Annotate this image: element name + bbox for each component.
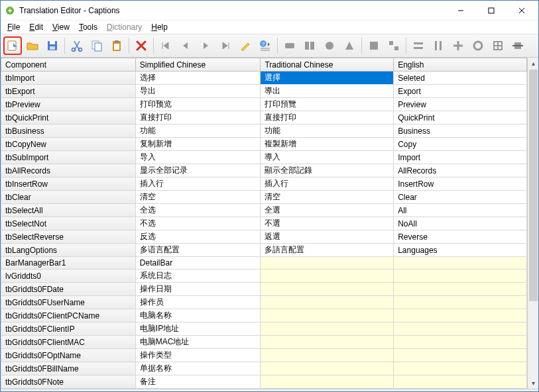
cell-traditional[interactable] — [261, 257, 394, 270]
table-row[interactable]: lvGriddts0系统日志 — [1, 270, 527, 283]
new-project-button[interactable] — [3, 36, 22, 55]
cut-button[interactable] — [68, 36, 86, 55]
tool-l-button[interactable] — [509, 36, 527, 55]
cell-simplified[interactable]: 选择 — [135, 72, 261, 85]
table-row[interactable]: tbGriddts0FClientIP电脑IP地址 — [1, 322, 527, 336]
paste-button[interactable] — [107, 36, 126, 55]
cell-simplified[interactable]: 电脑名称 — [135, 309, 261, 322]
cell-simplified[interactable]: 导入 — [135, 151, 261, 164]
tool-i-button[interactable] — [449, 36, 467, 55]
table-row[interactable]: tbLangOptions多语言配置多語言配置Languages — [1, 244, 527, 257]
cell-simplified[interactable]: 电脑MAC地址 — [135, 336, 261, 349]
cell-simplified[interactable]: 备注 — [135, 375, 261, 389]
cell-traditional[interactable] — [261, 322, 394, 336]
cell-simplified[interactable]: 直接打印 — [135, 111, 261, 124]
table-row[interactable]: tbGriddts0FClientMAC电脑MAC地址 — [1, 336, 527, 349]
cell-traditional[interactable]: 多語言配置 — [261, 244, 394, 257]
table-row[interactable]: tbClear清空清空Clear — [1, 191, 527, 204]
cell-english[interactable] — [394, 349, 527, 362]
table-row[interactable]: tbAllRecords显示全部记录顯示全部記錄AllRecords — [1, 164, 527, 177]
cell-component[interactable]: tbGriddts0FClientMAC — [1, 336, 136, 349]
table-row[interactable]: tbGriddts0FBillName单据名称 — [1, 362, 527, 375]
cell-component[interactable]: tbPreview — [1, 98, 136, 111]
menu-file[interactable]: File — [3, 21, 24, 33]
open-button[interactable] — [23, 36, 42, 55]
minimize-button[interactable] — [446, 1, 476, 20]
cell-traditional[interactable] — [261, 362, 394, 375]
cell-component[interactable]: tbCopyNew — [1, 138, 136, 151]
cell-component[interactable]: tbQuickPrint — [1, 111, 136, 124]
table-row[interactable]: BarManagerBar1DetailBar — [1, 257, 527, 270]
cell-english[interactable] — [394, 309, 527, 322]
nav-first-button[interactable] — [156, 36, 175, 55]
scroll-up-arrow[interactable]: ▴ — [528, 58, 538, 69]
cell-simplified[interactable]: 全选 — [135, 204, 261, 217]
table-row[interactable]: tbCopyNew复制新增複製新增Copy — [1, 138, 527, 151]
cell-english[interactable] — [394, 296, 527, 309]
cell-traditional[interactable] — [261, 283, 394, 296]
table-row[interactable]: tbExport导出導出Export — [1, 85, 527, 98]
cell-english[interactable]: Seleted — [394, 72, 527, 85]
nav-next-button[interactable] — [196, 36, 215, 55]
cell-simplified[interactable]: 插入行 — [135, 177, 261, 191]
cell-component[interactable]: BarManagerBar1 — [1, 257, 136, 270]
cell-traditional[interactable] — [261, 296, 394, 309]
table-row[interactable]: tbQuickPrint直接打印直接打印QuickPrint — [1, 111, 527, 124]
cell-english[interactable]: NoAll — [394, 217, 527, 230]
table-row[interactable]: tbGriddts0FUserName操作员 — [1, 296, 527, 309]
cell-traditional[interactable] — [261, 349, 394, 362]
cell-simplified[interactable]: 清空 — [135, 191, 261, 204]
cell-traditional[interactable] — [261, 270, 394, 283]
cell-simplified[interactable]: 操作日期 — [135, 283, 261, 296]
nav-prev-button[interactable] — [176, 36, 195, 55]
table-row[interactable]: tbGriddts0FClientPCName电脑名称 — [1, 309, 527, 322]
cell-english[interactable]: Reverse — [394, 230, 527, 244]
tool-j-button[interactable] — [469, 36, 487, 55]
table-row[interactable]: tbGriddts0FOptName操作类型 — [1, 349, 527, 362]
cell-english[interactable]: Copy — [394, 138, 527, 151]
cell-traditional[interactable]: 返選 — [261, 230, 394, 244]
cell-component[interactable]: tbGriddts0FClientPCName — [1, 309, 136, 322]
delete-button[interactable] — [132, 36, 150, 55]
cell-component[interactable]: tbLangOptions — [1, 244, 136, 257]
menu-edit[interactable]: Edit — [25, 21, 47, 33]
table-row[interactable]: tbGriddts0FNote备注 — [1, 375, 527, 389]
cell-component[interactable]: tbGriddts0FNote — [1, 375, 136, 389]
cell-traditional[interactable]: 全選 — [261, 204, 394, 217]
col-simplified[interactable]: Simplified Chinese — [135, 58, 261, 72]
close-button[interactable] — [507, 1, 537, 20]
table-row[interactable]: tbSelectAll全选全選All — [1, 204, 527, 217]
cell-traditional[interactable]: 插入行 — [261, 177, 394, 191]
cell-english[interactable]: InsertRow — [394, 177, 527, 191]
cell-simplified[interactable]: 复制新增 — [135, 138, 261, 151]
scroll-down-arrow[interactable]: ▾ — [528, 377, 538, 389]
table-row[interactable]: tbPreview打印预览打印預覽Preview — [1, 98, 527, 111]
cell-traditional[interactable]: 直接打印 — [261, 111, 394, 124]
cell-component[interactable]: tbSubImport — [1, 151, 136, 164]
tool-e-button[interactable] — [365, 36, 383, 55]
cell-traditional[interactable]: 不選 — [261, 217, 394, 230]
tool-c-button[interactable] — [320, 36, 339, 55]
titlebar[interactable]: Translation Editor - Captions — [1, 1, 538, 21]
cell-simplified[interactable]: 打印预览 — [135, 98, 261, 111]
table-row[interactable]: tbBusiness功能功能Business — [1, 124, 527, 138]
table-row[interactable]: tbSubImport导入導入Import — [1, 151, 527, 164]
menu-tools[interactable]: Tools — [75, 21, 101, 33]
cell-traditional[interactable]: 複製新增 — [261, 138, 394, 151]
tool-k-button[interactable] — [489, 36, 507, 55]
data-grid[interactable]: Component Simplified Chinese Traditional… — [1, 58, 527, 389]
cell-traditional[interactable]: 功能 — [261, 124, 394, 138]
cell-english[interactable] — [394, 283, 527, 296]
cell-english[interactable] — [394, 270, 527, 283]
table-row[interactable]: tbGriddts0FDate操作日期 — [1, 283, 527, 296]
cell-english[interactable]: QuickPrint — [394, 111, 527, 124]
table-row[interactable]: tbImport选择選擇Seleted — [1, 72, 527, 85]
cell-english[interactable]: Preview — [394, 98, 527, 111]
menu-help[interactable]: Help — [147, 21, 172, 33]
cell-component[interactable]: tbInsertRow — [1, 177, 136, 191]
cell-traditional[interactable]: 選擇 — [261, 72, 394, 85]
cell-simplified[interactable]: 功能 — [135, 124, 261, 138]
cell-traditional[interactable] — [261, 309, 394, 322]
cell-component[interactable]: tbSelectAll — [1, 204, 136, 217]
cell-simplified[interactable]: DetailBar — [135, 257, 261, 270]
